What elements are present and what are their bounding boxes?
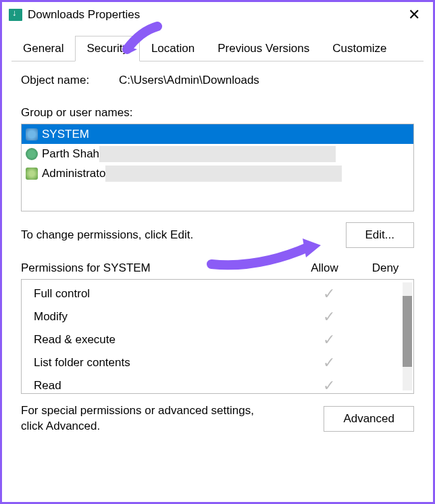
- user-icon: [26, 148, 38, 160]
- user-name: Administrato: [42, 167, 105, 180]
- permission-name: Read: [34, 379, 297, 393]
- change-permissions-text: To change permissions, click Edit.: [21, 228, 193, 242]
- allow-check-icon: ✓: [297, 285, 361, 303]
- tab-label: Location: [151, 42, 195, 55]
- list-item-system[interactable]: SYSTEM: [22, 124, 413, 144]
- permissions-list: Full control ✓ Modify ✓ Read & execute ✓…: [21, 279, 414, 394]
- titlebar: Downloads Properties ✕: [2, 2, 433, 28]
- tab-label: Customize: [332, 42, 386, 55]
- object-row: Object name: C:\Users\Admin\Downloads: [21, 74, 414, 87]
- user-list[interactable]: SYSTEM Parth Shah Administrato: [21, 124, 414, 211]
- permissions-title: Permissions for SYSTEM: [21, 261, 292, 275]
- permission-name: Modify: [34, 310, 297, 324]
- allow-check-icon: ✓: [297, 331, 361, 349]
- tab-label: Previous Versions: [218, 42, 309, 55]
- permission-row: List folder contents ✓: [22, 351, 413, 374]
- permission-row: Read & execute ✓: [22, 328, 413, 351]
- tab-customize[interactable]: Customize: [321, 36, 398, 61]
- tab-general[interactable]: General: [11, 36, 75, 61]
- group-icon: [26, 128, 38, 141]
- allow-check-icon: ✓: [297, 354, 361, 372]
- window-title: Downloads Properties: [28, 8, 140, 22]
- user-name: Parth Shah: [42, 147, 99, 161]
- redacted-region: [105, 166, 342, 182]
- folder-download-icon: [9, 9, 22, 21]
- permission-row: Read ✓: [22, 374, 413, 394]
- list-item-user[interactable]: Parth Shah: [22, 144, 413, 163]
- advanced-button[interactable]: Advanced: [324, 406, 414, 432]
- permission-name: Read & execute: [34, 333, 297, 347]
- permission-name: Full control: [34, 287, 297, 301]
- permission-name: List folder contents: [34, 356, 297, 370]
- advanced-row: For special permissions or advanced sett…: [21, 403, 414, 434]
- deny-column-header: Deny: [357, 261, 414, 275]
- list-item-admin[interactable]: Administrato: [22, 163, 413, 183]
- advanced-text: For special permissions or advanced sett…: [21, 403, 271, 434]
- object-name-label: Object name:: [21, 74, 119, 87]
- close-button[interactable]: ✕: [401, 5, 428, 25]
- group-icon: [26, 168, 38, 180]
- tab-label: General: [23, 42, 63, 55]
- permission-row: Modify ✓: [22, 305, 413, 328]
- edit-row: To change permissions, click Edit. Edit.…: [21, 222, 414, 248]
- tab-previous-versions[interactable]: Previous Versions: [206, 36, 321, 61]
- group-names-label: Group or user names:: [21, 106, 414, 120]
- permissions-header: Permissions for SYSTEM Allow Deny: [21, 261, 414, 275]
- allow-check-icon: ✓: [297, 377, 361, 394]
- permission-row: Full control ✓: [22, 282, 413, 305]
- tab-label: Security: [86, 42, 128, 55]
- tab-content: Object name: C:\Users\Admin\Downloads Gr…: [2, 61, 433, 441]
- user-name: SYSTEM: [42, 128, 89, 141]
- edit-button[interactable]: Edit...: [346, 222, 414, 248]
- tab-location[interactable]: Location: [140, 36, 206, 61]
- scrollbar-thumb[interactable]: [403, 296, 412, 367]
- allow-check-icon: ✓: [297, 308, 361, 326]
- tabs-bar: General Security Location Previous Versi…: [11, 36, 424, 61]
- redacted-region: [99, 146, 336, 162]
- tab-security[interactable]: Security: [75, 36, 139, 61]
- scrollbar[interactable]: [403, 282, 412, 390]
- allow-column-header: Allow: [292, 261, 357, 275]
- object-name-value: C:\Users\Admin\Downloads: [119, 74, 259, 87]
